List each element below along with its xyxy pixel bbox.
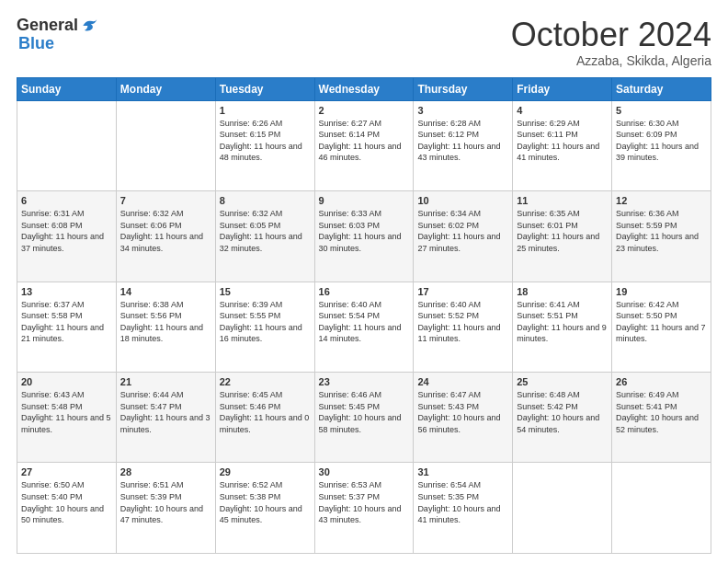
sunset-text: Sunset: 6:02 PM <box>417 221 479 230</box>
sunrise-text: Sunrise: 6:35 AM <box>517 209 580 218</box>
day-number: 1 <box>220 105 311 116</box>
calendar-cell: 7 Sunrise: 6:32 AM Sunset: 6:06 PM Dayli… <box>116 191 215 282</box>
daylight-text: Daylight: 11 hours and 37 minutes. <box>21 232 104 253</box>
daylight-text: Daylight: 11 hours and 7 minutes. <box>616 323 706 344</box>
day-info: Sunrise: 6:37 AM Sunset: 5:58 PM Dayligh… <box>21 299 112 345</box>
page: General Blue October 2024 Azzaba, Skikda… <box>0 0 728 563</box>
day-number: 8 <box>220 195 311 206</box>
col-friday: Friday <box>513 77 612 100</box>
day-info: Sunrise: 6:26 AM Sunset: 6:15 PM Dayligh… <box>220 118 311 164</box>
day-number: 27 <box>21 466 112 477</box>
day-number: 30 <box>319 466 410 477</box>
calendar-cell: 27 Sunrise: 6:50 AM Sunset: 5:40 PM Dayl… <box>17 463 117 554</box>
sunset-text: Sunset: 5:54 PM <box>319 311 381 320</box>
day-info: Sunrise: 6:35 AM Sunset: 6:01 PM Dayligh… <box>517 208 608 254</box>
sunrise-text: Sunrise: 6:37 AM <box>21 300 85 309</box>
sunrise-text: Sunrise: 6:32 AM <box>220 209 283 218</box>
sunrise-text: Sunrise: 6:39 AM <box>220 300 283 309</box>
sunset-text: Sunset: 5:39 PM <box>120 492 182 501</box>
daylight-text: Daylight: 10 hours and 58 minutes. <box>319 413 402 434</box>
sunrise-text: Sunrise: 6:50 AM <box>21 480 85 489</box>
daylight-text: Daylight: 11 hours and 43 minutes. <box>417 142 500 163</box>
sunset-text: Sunset: 6:01 PM <box>517 221 578 230</box>
day-info: Sunrise: 6:42 AM Sunset: 5:50 PM Dayligh… <box>616 299 707 345</box>
calendar-cell: 18 Sunrise: 6:41 AM Sunset: 5:51 PM Dayl… <box>513 282 612 372</box>
day-info: Sunrise: 6:34 AM Sunset: 6:02 PM Dayligh… <box>417 208 508 254</box>
day-number: 4 <box>517 105 608 116</box>
calendar-cell <box>513 463 612 554</box>
daylight-text: Daylight: 11 hours and 30 minutes. <box>319 232 402 253</box>
logo-text-blue: Blue <box>18 34 54 52</box>
daylight-text: Daylight: 11 hours and 41 minutes. <box>517 142 599 163</box>
day-info: Sunrise: 6:50 AM Sunset: 5:40 PM Dayligh… <box>21 479 112 525</box>
calendar-cell: 25 Sunrise: 6:48 AM Sunset: 5:42 PM Dayl… <box>513 373 612 463</box>
sunset-text: Sunset: 6:12 PM <box>417 130 479 139</box>
day-info: Sunrise: 6:29 AM Sunset: 6:11 PM Dayligh… <box>517 118 608 164</box>
sunset-text: Sunset: 6:14 PM <box>319 130 381 139</box>
day-info: Sunrise: 6:46 AM Sunset: 5:45 PM Dayligh… <box>319 389 410 435</box>
sunrise-text: Sunrise: 6:36 AM <box>616 209 679 218</box>
sunset-text: Sunset: 5:42 PM <box>517 402 578 411</box>
daylight-text: Daylight: 11 hours and 27 minutes. <box>417 232 500 253</box>
location: Azzaba, Skikda, Algeria <box>511 53 711 68</box>
calendar-cell <box>116 100 215 190</box>
daylight-text: Daylight: 10 hours and 50 minutes. <box>21 504 104 525</box>
day-number: 21 <box>120 376 211 387</box>
sunrise-text: Sunrise: 6:42 AM <box>616 300 679 309</box>
day-number: 18 <box>517 286 608 297</box>
calendar-cell <box>17 100 117 190</box>
calendar-cell: 5 Sunrise: 6:30 AM Sunset: 6:09 PM Dayli… <box>612 100 711 190</box>
sunset-text: Sunset: 6:11 PM <box>517 130 578 139</box>
day-info: Sunrise: 6:45 AM Sunset: 5:46 PM Dayligh… <box>220 389 311 435</box>
calendar-cell: 3 Sunrise: 6:28 AM Sunset: 6:12 PM Dayli… <box>414 100 513 190</box>
sunset-text: Sunset: 5:46 PM <box>220 402 281 411</box>
day-info: Sunrise: 6:33 AM Sunset: 6:03 PM Dayligh… <box>319 208 410 254</box>
day-number: 9 <box>319 195 410 206</box>
day-info: Sunrise: 6:44 AM Sunset: 5:47 PM Dayligh… <box>120 389 211 435</box>
daylight-text: Daylight: 11 hours and 21 minutes. <box>21 323 104 344</box>
sunset-text: Sunset: 6:08 PM <box>21 221 83 230</box>
calendar-week-3: 13 Sunrise: 6:37 AM Sunset: 5:58 PM Dayl… <box>17 282 711 372</box>
col-wednesday: Wednesday <box>314 77 414 100</box>
calendar-week-1: 1 Sunrise: 6:26 AM Sunset: 6:15 PM Dayli… <box>17 100 711 190</box>
month-title: October 2024 <box>511 17 711 53</box>
sunrise-text: Sunrise: 6:32 AM <box>120 209 184 218</box>
day-number: 3 <box>417 105 508 116</box>
sunrise-text: Sunrise: 6:46 AM <box>319 390 382 399</box>
day-info: Sunrise: 6:49 AM Sunset: 5:41 PM Dayligh… <box>616 389 707 435</box>
sunrise-text: Sunrise: 6:29 AM <box>517 119 580 128</box>
sunset-text: Sunset: 5:35 PM <box>417 492 479 501</box>
calendar-cell: 17 Sunrise: 6:40 AM Sunset: 5:52 PM Dayl… <box>414 282 513 372</box>
day-number: 20 <box>21 376 112 387</box>
sunrise-text: Sunrise: 6:40 AM <box>417 300 481 309</box>
title-block: October 2024 Azzaba, Skikda, Algeria <box>511 17 711 68</box>
daylight-text: Daylight: 11 hours and 9 minutes. <box>517 323 607 344</box>
sunrise-text: Sunrise: 6:27 AM <box>319 119 382 128</box>
sunset-text: Sunset: 5:40 PM <box>21 492 83 501</box>
sunrise-text: Sunrise: 6:34 AM <box>417 209 481 218</box>
sunrise-text: Sunrise: 6:47 AM <box>417 390 481 399</box>
sunset-text: Sunset: 6:15 PM <box>220 130 281 139</box>
col-tuesday: Tuesday <box>215 77 314 100</box>
sunset-text: Sunset: 6:06 PM <box>120 221 182 230</box>
day-number: 25 <box>517 376 608 387</box>
sunset-text: Sunset: 6:09 PM <box>616 130 677 139</box>
daylight-text: Daylight: 11 hours and 5 minutes. <box>21 413 111 434</box>
day-info: Sunrise: 6:54 AM Sunset: 5:35 PM Dayligh… <box>417 479 508 525</box>
day-number: 17 <box>417 286 508 297</box>
calendar-cell: 31 Sunrise: 6:54 AM Sunset: 5:35 PM Dayl… <box>414 463 513 554</box>
calendar-cell: 24 Sunrise: 6:47 AM Sunset: 5:43 PM Dayl… <box>414 373 513 463</box>
col-saturday: Saturday <box>612 77 711 100</box>
day-info: Sunrise: 6:40 AM Sunset: 5:54 PM Dayligh… <box>319 299 410 345</box>
calendar-cell: 9 Sunrise: 6:33 AM Sunset: 6:03 PM Dayli… <box>314 191 414 282</box>
daylight-text: Daylight: 10 hours and 43 minutes. <box>319 504 402 525</box>
calendar-cell: 20 Sunrise: 6:43 AM Sunset: 5:48 PM Dayl… <box>17 373 117 463</box>
day-number: 6 <box>21 195 112 206</box>
daylight-text: Daylight: 10 hours and 47 minutes. <box>120 504 203 525</box>
calendar-cell: 14 Sunrise: 6:38 AM Sunset: 5:56 PM Dayl… <box>116 282 215 372</box>
sunset-text: Sunset: 5:43 PM <box>417 402 479 411</box>
day-number: 31 <box>417 466 508 477</box>
daylight-text: Daylight: 11 hours and 34 minutes. <box>120 232 203 253</box>
daylight-text: Daylight: 10 hours and 56 minutes. <box>417 413 500 434</box>
calendar-cell: 6 Sunrise: 6:31 AM Sunset: 6:08 PM Dayli… <box>17 191 117 282</box>
